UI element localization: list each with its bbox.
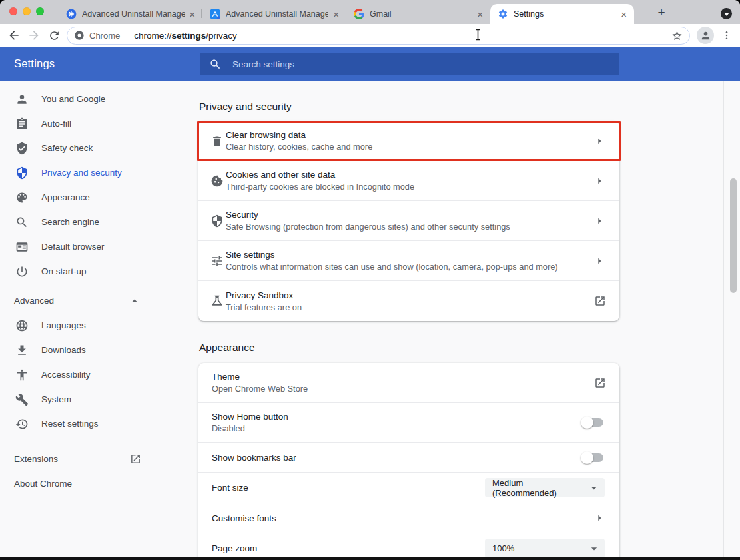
sidebar-item-you-and-google[interactable]: You and Google [0,87,186,111]
scrollbar-thumb[interactable] [730,178,737,293]
sidebar-item-label: System [41,394,71,404]
row-security[interactable]: Security Safe Browsing (protection from … [198,201,619,241]
wrench-icon [15,393,29,406]
minimize-window-button[interactable] [23,7,31,15]
privacy-shield-icon [15,166,29,180]
sidebar-item-autofill[interactable]: Auto-fill [0,111,186,136]
sidebar-item-extensions[interactable]: Extensions [0,447,167,471]
person-icon [700,30,711,41]
advanced-label: Advanced [14,296,54,306]
sidebar-item-privacy-and-security[interactable]: Privacy and security [0,160,186,185]
row-title: Security [226,208,510,221]
macos-traffic-lights [9,7,44,15]
forward-button[interactable] [24,25,44,45]
sidebar-item-appearance[interactable]: Appearance [0,185,186,210]
tab-close-icon[interactable]: × [187,9,197,19]
sidebar-advanced-toggle[interactable]: Advanced [0,288,167,313]
row-page-zoom[interactable]: Page zoom 100% [198,533,619,560]
three-dot-menu-icon [721,30,732,41]
toggle-show-bookmarks-bar-off[interactable] [583,453,603,462]
power-icon [15,265,29,278]
tab-separator [346,9,346,18]
sidebar-item-label: Auto-fill [41,119,71,129]
chevron-right-icon [593,254,606,268]
ibeam-cursor [474,29,482,41]
flask-icon [210,294,224,308]
row-title: Cookies and other site data [226,168,414,181]
sidebar-item-search-engine[interactable]: Search engine [0,210,186,234]
row-site-settings[interactable]: Site settings Controls what information … [198,241,619,281]
tab-advanced-uninstall-manager-page[interactable]: Advanced Uninstall Manager: U × [59,4,202,24]
privacy-card: Clear browsing data Clear history, cooki… [198,121,619,321]
tab-search-button[interactable] [721,8,732,19]
profile-avatar-button[interactable] [697,27,714,44]
reload-button[interactable] [44,25,64,45]
row-show-bookmarks-bar[interactable]: Show bookmarks bar [198,443,619,473]
page-title: Settings [14,57,55,70]
row-subtitle: Safe Browsing (protection from dangerous… [226,221,510,233]
sidebar-item-default-browser[interactable]: Default browser [0,234,186,259]
tab-gmail[interactable]: Gmail × [346,4,490,24]
close-window-button[interactable] [9,7,17,15]
tab-close-icon[interactable]: × [331,9,341,19]
search-icon [15,216,29,229]
toggle-knob [581,416,593,429]
row-title: Privacy Sandbox [226,289,302,302]
tab-close-icon[interactable]: × [475,9,485,19]
tab-close-icon[interactable]: × [619,9,629,19]
tab-separator [201,9,202,18]
settings-content: Privacy and security Clear browsing data… [198,81,619,560]
autofill-clipboard-icon [15,117,29,131]
font-size-select[interactable]: Medium (Recommended) [485,478,605,497]
new-tab-button[interactable]: + [653,5,669,21]
chevron-right-icon [593,174,606,188]
row-title: Customise fonts [212,512,276,525]
maximize-window-button[interactable] [36,7,44,15]
row-show-home-button[interactable]: Show Home button Disabled [198,403,619,443]
cookie-icon [210,174,224,188]
back-button[interactable] [4,25,24,45]
tune-sliders-icon [210,254,224,268]
row-privacy-sandbox[interactable]: Privacy Sandbox Trial features are on [198,281,619,321]
accessibility-icon [15,368,29,382]
page-zoom-select[interactable]: 100% [485,539,605,558]
browser-menu-button[interactable] [719,25,735,45]
app-store-icon [210,9,220,19]
row-customise-fonts[interactable]: Customise fonts [198,503,619,533]
globe-icon [15,319,29,332]
settings-search-input[interactable]: Search settings [200,53,619,75]
row-subtitle: Controls what information sites can use … [226,261,558,273]
row-theme[interactable]: Theme Open Chrome Web Store [198,363,619,403]
sidebar-item-system[interactable]: System [0,387,186,412]
appearance-card: Theme Open Chrome Web Store Show Home bu… [198,363,619,560]
chevron-right-icon [593,214,606,228]
row-title: Clear browsing data [226,129,372,141]
url-text[interactable]: chrome://settings/privacy [134,31,238,41]
address-bar[interactable]: Chrome chrome://settings/privacy [67,27,690,45]
appearance-section-heading: Appearance [199,342,619,353]
toggle-show-home-button-off[interactable] [583,418,603,427]
tab-app-store[interactable]: Advanced Uninstall Manager o × [202,4,346,24]
search-icon [209,58,222,71]
sidebar-item-accessibility[interactable]: Accessibility [0,362,186,387]
sidebar-item-downloads[interactable]: Downloads [0,338,186,362]
row-subtitle: Trial features are on [226,302,302,314]
sidebar-item-label: Default browser [41,242,105,252]
sidebar-item-safety-check[interactable]: Safety check [0,136,186,160]
tab-title: Gmail [370,9,472,19]
settings-gear-icon [498,9,508,19]
bookmark-star-icon[interactable] [671,30,683,41]
chevron-down-icon [724,13,729,16]
google-g-icon [354,9,364,19]
tab-settings-active[interactable]: Settings × [490,4,634,24]
sidebar-item-about-chrome[interactable]: About Chrome [0,471,167,496]
uninstall-manager-app-icon [66,9,77,19]
url-scheme: chrome:// [134,31,171,41]
sidebar-item-reset-settings[interactable]: Reset settings [0,412,186,436]
sidebar-item-languages[interactable]: Languages [0,313,186,338]
sidebar-item-on-startup[interactable]: On start-up [0,259,186,284]
row-clear-browsing-data[interactable]: Clear browsing data Clear history, cooki… [198,121,619,161]
row-cookies-and-site-data[interactable]: Cookies and other site data Third-party … [198,161,619,201]
row-font-size[interactable]: Font size Medium (Recommended) [198,473,619,503]
chevron-right-icon [593,135,606,148]
